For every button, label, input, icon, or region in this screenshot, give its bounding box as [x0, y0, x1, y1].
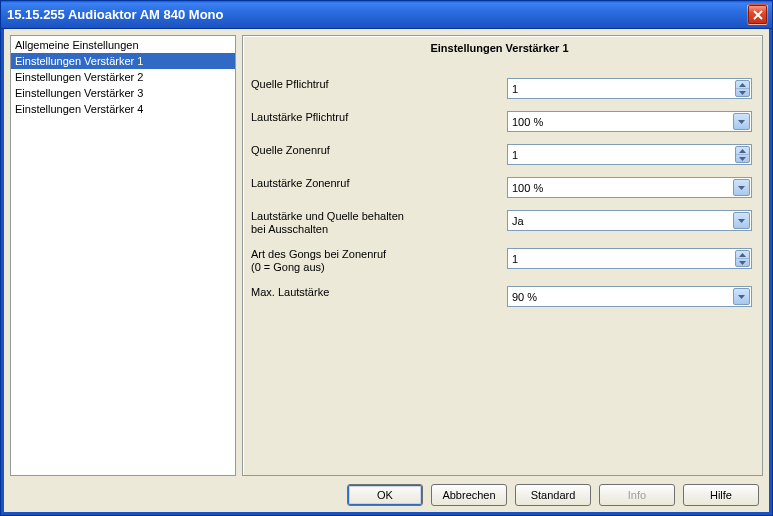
field-label: Lautstärke und Quelle behaltenbei Aussch… [247, 210, 507, 236]
field-label: Lautstärke Zonenruf [247, 177, 507, 190]
spin-buttons[interactable] [735, 146, 750, 163]
chevron-up-icon [739, 253, 746, 257]
chevron-down-icon [739, 91, 746, 95]
tree-item[interactable]: Einstellungen Verstärker 4 [11, 101, 235, 117]
dropdown-button[interactable] [733, 179, 750, 196]
tree-item[interactable]: Einstellungen Verstärker 1 [11, 53, 235, 69]
chevron-down-icon [738, 219, 745, 223]
chevron-down-icon [738, 186, 745, 190]
nav-tree[interactable]: Allgemeine EinstellungenEinstellungen Ve… [10, 35, 236, 476]
dropdown-field[interactable]: 100 % [507, 177, 752, 198]
tree-item[interactable]: Allgemeine Einstellungen [11, 37, 235, 53]
dropdown-field[interactable]: 100 % [507, 111, 752, 132]
window: 15.15.255 Audioaktor AM 840 Mono Allgeme… [0, 0, 773, 516]
spin-field[interactable]: 1 [507, 144, 752, 165]
chevron-up-icon [739, 83, 746, 87]
settings-rows: Quelle Pflichtruf1Lautstärke Pflichtruf1… [247, 78, 752, 307]
window-title: 15.15.255 Audioaktor AM 840 Mono [7, 7, 224, 22]
settings-row: Max. Lautstärke90 % [247, 286, 752, 307]
dialog-buttons: OK Abbrechen Standard Info Hilfe [4, 482, 769, 512]
field-label: Quelle Pflichtruf [247, 78, 507, 91]
field-label: Art des Gongs bei Zonenruf(0 = Gong aus) [247, 248, 507, 274]
standard-button[interactable]: Standard [515, 484, 591, 506]
field-value: 1 [508, 146, 751, 164]
dropdown-field[interactable]: 90 % [507, 286, 752, 307]
info-button: Info [599, 484, 675, 506]
dropdown-field[interactable]: Ja [507, 210, 752, 231]
chevron-down-icon [739, 157, 746, 161]
field-value: 100 % [508, 113, 751, 131]
ok-button[interactable]: OK [347, 484, 423, 506]
close-icon [753, 10, 763, 20]
settings-row: Quelle Zonenruf1 [247, 144, 752, 165]
workspace: Allgemeine EinstellungenEinstellungen Ve… [4, 29, 769, 482]
chevron-down-icon [738, 295, 745, 299]
help-button[interactable]: Hilfe [683, 484, 759, 506]
dropdown-button[interactable] [733, 288, 750, 305]
panel-title: Einstellungen Verstärker 1 [247, 42, 752, 54]
settings-row: Lautstärke Zonenruf100 % [247, 177, 752, 198]
spin-up[interactable] [736, 251, 749, 258]
settings-panel: Einstellungen Verstärker 1 Quelle Pflich… [242, 35, 763, 476]
spin-down[interactable] [736, 258, 749, 266]
field-value: 1 [508, 80, 751, 98]
spin-up[interactable] [736, 81, 749, 88]
spin-buttons[interactable] [735, 80, 750, 97]
field-value: 90 % [508, 288, 751, 306]
field-label: Lautstärke Pflichtruf [247, 111, 507, 124]
settings-row: Lautstärke und Quelle behaltenbei Aussch… [247, 210, 752, 236]
chevron-up-icon [739, 149, 746, 153]
titlebar[interactable]: 15.15.255 Audioaktor AM 840 Mono [1, 1, 772, 29]
tree-item[interactable]: Einstellungen Verstärker 3 [11, 85, 235, 101]
settings-row: Quelle Pflichtruf1 [247, 78, 752, 99]
spin-up[interactable] [736, 147, 749, 154]
dropdown-button[interactable] [733, 113, 750, 130]
settings-row: Lautstärke Pflichtruf100 % [247, 111, 752, 132]
settings-row: Art des Gongs bei Zonenruf(0 = Gong aus)… [247, 248, 752, 274]
tree-item[interactable]: Einstellungen Verstärker 2 [11, 69, 235, 85]
spin-field[interactable]: 1 [507, 248, 752, 269]
field-value: 1 [508, 250, 751, 268]
field-value: Ja [508, 212, 751, 230]
spin-field[interactable]: 1 [507, 78, 752, 99]
close-button[interactable] [747, 4, 768, 25]
spin-down[interactable] [736, 154, 749, 162]
field-label: Quelle Zonenruf [247, 144, 507, 157]
field-value: 100 % [508, 179, 751, 197]
chevron-down-icon [738, 120, 745, 124]
field-label: Max. Lautstärke [247, 286, 507, 299]
cancel-button[interactable]: Abbrechen [431, 484, 507, 506]
client-area: Allgemeine EinstellungenEinstellungen Ve… [1, 29, 772, 515]
spin-buttons[interactable] [735, 250, 750, 267]
dropdown-button[interactable] [733, 212, 750, 229]
spin-down[interactable] [736, 88, 749, 96]
chevron-down-icon [739, 261, 746, 265]
